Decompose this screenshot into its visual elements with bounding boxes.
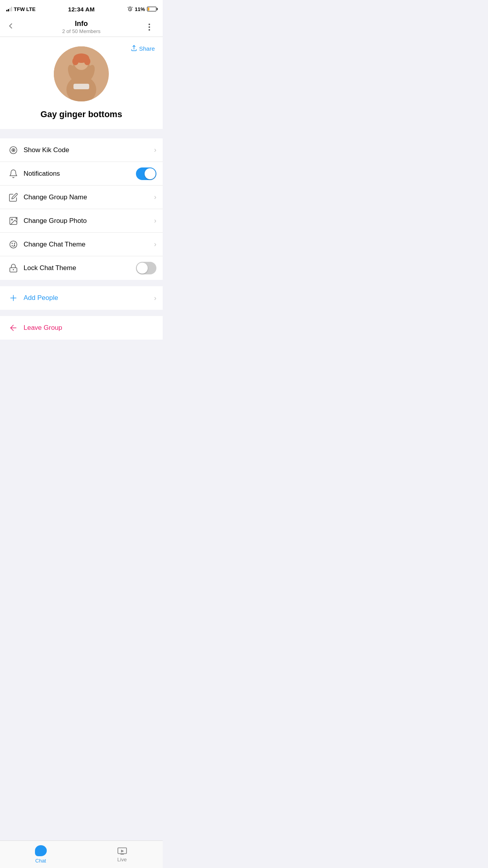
signal-bars <box>6 7 12 11</box>
avatar-image <box>54 46 109 101</box>
share-icon <box>130 45 138 52</box>
group-name: Gay ginger bottoms <box>40 109 122 120</box>
nav-title-block: Info 2 of 50 Members <box>20 20 142 34</box>
nav-title: Info <box>20 20 142 28</box>
svg-point-22 <box>14 243 15 244</box>
svg-point-15 <box>13 149 14 151</box>
nav-bar: Info 2 of 50 Members <box>0 17 163 37</box>
section-separator <box>0 132 163 138</box>
back-button[interactable] <box>6 22 20 33</box>
battery-percent: 11% <box>135 6 145 12</box>
share-label: Share <box>139 45 155 52</box>
add-people-chevron: › <box>154 294 156 302</box>
notifications-label: Notifications <box>20 170 136 178</box>
kik-code-chevron: › <box>154 146 156 154</box>
settings-section: Show Kik Code › Notifications <box>0 138 163 280</box>
nav-subtitle: 2 of 50 Members <box>20 28 142 35</box>
settings-item-group-photo[interactable]: Change Group Photo › <box>0 209 163 233</box>
signal-bar-1 <box>6 10 7 11</box>
group-photo-chevron: › <box>154 217 156 225</box>
pencil-icon <box>6 193 20 202</box>
svg-rect-10 <box>73 84 89 89</box>
share-button[interactable]: Share <box>130 45 155 52</box>
add-people-icon <box>6 293 20 303</box>
settings-item-chat-theme[interactable]: Change Chat Theme › <box>0 233 163 256</box>
svg-point-26 <box>13 269 14 270</box>
kik-code-svg <box>9 145 18 155</box>
alarm-icon <box>127 6 133 12</box>
three-dots-icon <box>142 22 156 32</box>
svg-point-8 <box>72 57 79 65</box>
pencil-svg <box>9 193 18 202</box>
status-right: 11% <box>127 6 156 12</box>
group-name-chevron: › <box>154 193 156 201</box>
settings-item-group-name[interactable]: Change Group Name › <box>0 186 163 209</box>
settings-item-lock-theme[interactable]: Lock Chat Theme <box>0 256 163 280</box>
svg-point-17 <box>11 219 13 220</box>
lock-chat-theme-label: Lock Chat Theme <box>20 264 136 272</box>
battery-icon <box>147 7 156 11</box>
signal-bar-4 <box>11 7 12 11</box>
section-separator-3 <box>0 310 163 316</box>
avatar <box>54 46 109 101</box>
settings-item-leave-group[interactable]: Leave Group <box>0 316 163 340</box>
lock-icon <box>6 263 20 273</box>
carrier-label: TFW LTE <box>14 6 35 12</box>
settings-item-add-people[interactable]: Add People › <box>0 286 163 310</box>
arrow-left-svg <box>9 323 18 333</box>
leave-group-label: Leave Group <box>20 324 156 332</box>
profile-section: Share <box>0 37 163 129</box>
svg-point-9 <box>84 57 90 65</box>
change-group-photo-label: Change Group Photo <box>20 217 154 225</box>
signal-bar-3 <box>9 8 11 11</box>
plus-svg <box>9 293 18 303</box>
photo-svg <box>9 216 18 226</box>
add-people-label: Add People <box>20 294 154 302</box>
avatar-placeholder <box>54 46 109 101</box>
palette-icon <box>6 240 20 249</box>
time-label: 12:34 AM <box>68 6 95 13</box>
change-chat-theme-label: Change Chat Theme <box>20 241 154 248</box>
status-bar: TFW LTE 12:34 AM 11% <box>0 0 163 17</box>
section-separator-2 <box>0 280 163 286</box>
change-group-name-label: Change Group Name <box>20 193 154 201</box>
kik-code-label: Show Kik Code <box>20 146 154 154</box>
status-left: TFW LTE <box>6 6 35 12</box>
bell-icon <box>6 169 20 178</box>
leave-icon <box>6 323 20 333</box>
lock-svg <box>9 263 18 273</box>
add-people-section: Add People › <box>0 286 163 310</box>
settings-item-kik-code[interactable]: Show Kik Code › <box>0 138 163 162</box>
photo-icon <box>6 216 20 226</box>
svg-point-20 <box>10 241 17 248</box>
kik-code-icon <box>6 145 20 155</box>
svg-point-23 <box>12 245 13 246</box>
notifications-toggle[interactable] <box>136 167 156 180</box>
chat-theme-chevron: › <box>154 240 156 248</box>
palette-svg <box>9 240 18 249</box>
more-button[interactable] <box>142 22 156 32</box>
leave-group-section: Leave Group <box>0 316 163 340</box>
bell-svg <box>9 169 18 178</box>
svg-point-21 <box>12 243 13 244</box>
signal-bar-2 <box>8 9 9 11</box>
settings-item-notifications[interactable]: Notifications <box>0 162 163 186</box>
lock-theme-toggle[interactable] <box>136 262 156 274</box>
